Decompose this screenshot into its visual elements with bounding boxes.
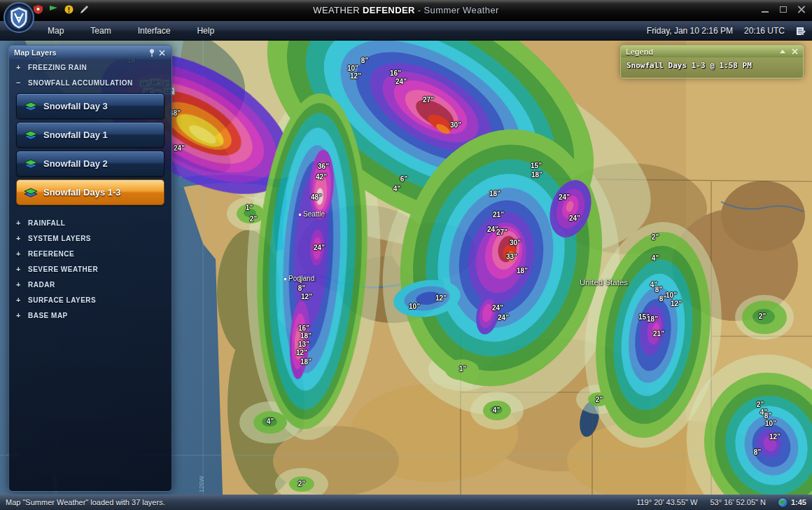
title-app-bold: DEFENDER bbox=[363, 5, 415, 15]
status-bar: Map "Summer Weather" loaded with 37 laye… bbox=[0, 495, 812, 510]
layer-group-label: RADAR bbox=[28, 281, 55, 289]
layer-group-label: SEVERE WEATHER bbox=[28, 266, 98, 273]
layer-button-snowfall-day-2[interactable]: Snowfall Day 2 bbox=[16, 151, 164, 177]
layer-button-label: Snowfall Day 1 bbox=[43, 130, 108, 140]
title-document: - Summer Weather bbox=[415, 5, 499, 15]
expander-icon[interactable]: + bbox=[16, 63, 23, 71]
title-bar[interactable]: WEATHER DEFENDER - Summer Weather bbox=[0, 0, 812, 21]
window-controls bbox=[762, 6, 805, 13]
layers-icon bbox=[24, 101, 38, 112]
layer-group-rainfall[interactable]: + RAINFALL bbox=[9, 215, 172, 230]
menu-interface[interactable]: Interface bbox=[135, 25, 174, 37]
layer-group-label: SNOWFALL ACCUMULATION bbox=[28, 79, 133, 87]
layer-group-label: RAINFALL bbox=[28, 219, 65, 227]
collapse-icon[interactable]: − bbox=[16, 78, 23, 87]
legend-close-icon[interactable] bbox=[792, 48, 798, 56]
expander-icon[interactable]: + bbox=[16, 265, 23, 273]
layer-button-snowfall-day-3[interactable]: Snowfall Day 3 bbox=[16, 93, 164, 119]
menu-help[interactable]: Help bbox=[194, 25, 217, 37]
expander-icon[interactable]: + bbox=[16, 296, 23, 304]
maximize-button[interactable] bbox=[780, 6, 787, 13]
legend-panel: Legend Snowfall Days 1-3 @ 1:58 PM bbox=[620, 45, 804, 78]
expander-icon[interactable]: + bbox=[16, 311, 23, 319]
layers-icon bbox=[24, 187, 38, 198]
globe-icon bbox=[778, 498, 788, 507]
layers-icon bbox=[24, 130, 38, 141]
window-title: WEATHER DEFENDER - Summer Weather bbox=[0, 5, 812, 15]
layer-group-label: SYSTEM LAYERS bbox=[28, 235, 91, 242]
minimize-button[interactable] bbox=[762, 11, 769, 13]
layer-button-snowfall-days-1-3[interactable]: Snowfall Days 1-3 bbox=[16, 179, 164, 205]
expander-icon[interactable]: + bbox=[16, 280, 23, 289]
refresh-countdown: 1:45 bbox=[791, 498, 806, 506]
local-datetime: Friday, Jan 10 2:16 PM bbox=[647, 26, 733, 36]
status-message: Map "Summer Weather" loaded with 37 laye… bbox=[6, 498, 165, 506]
layer-button-label: Snowfall Day 2 bbox=[43, 158, 108, 169]
layer-group-freezing-rain[interactable]: + FREEZING RAIN bbox=[9, 60, 172, 75]
layer-group-surface-layers[interactable]: + SURFACE LAYERS bbox=[9, 292, 172, 308]
map-layers-panel-header[interactable]: Map Layers bbox=[9, 46, 172, 60]
utc-time: 20:16 UTC bbox=[744, 26, 785, 36]
pin-icon[interactable] bbox=[147, 48, 157, 57]
layer-group-label: REFERENCE bbox=[28, 250, 74, 258]
layer-group-system-layers[interactable]: + SYSTEM LAYERS bbox=[9, 230, 172, 246]
report-icon[interactable] bbox=[796, 26, 806, 36]
cursor-longitude: 119° 20' 43.55" W bbox=[636, 498, 697, 506]
expander-icon[interactable]: + bbox=[16, 234, 23, 242]
layer-group-label: BASE MAP bbox=[28, 312, 68, 319]
layer-button-label: Snowfall Days 1-3 bbox=[43, 187, 121, 198]
rollup-icon[interactable] bbox=[780, 50, 785, 53]
panel-close-icon[interactable] bbox=[157, 48, 167, 57]
layer-group-label: FREEZING RAIN bbox=[28, 64, 87, 71]
refresh-clock-chip: 1:45 bbox=[778, 498, 806, 507]
map-layers-panel: Map Layers + FREEZING RAIN − SNOWFALL AC… bbox=[8, 45, 172, 492]
legend-header[interactable]: Legend bbox=[621, 46, 803, 57]
app-logo-shield[interactable] bbox=[3, 1, 35, 34]
layers-icon bbox=[24, 158, 38, 170]
expander-icon[interactable]: + bbox=[16, 219, 23, 227]
layer-group-severe-weather[interactable]: + SEVERE WEATHER bbox=[9, 261, 172, 277]
layer-group-radar[interactable]: + RADAR bbox=[9, 277, 172, 292]
menu-right-status: Friday, Jan 10 2:16 PM 20:16 UTC bbox=[647, 21, 806, 41]
legend-entry: Snowfall Days 1-3 @ 1:58 PM bbox=[621, 57, 803, 70]
legend-title: Legend bbox=[626, 48, 653, 56]
title-app-name: WEATHER bbox=[313, 5, 363, 15]
layer-group-snowfall-accumulation[interactable]: − SNOWFALL ACCUMULATION bbox=[9, 75, 172, 90]
expander-icon[interactable]: + bbox=[16, 249, 23, 258]
menu-bar: Map Team Interface Help Friday, Jan 10 2… bbox=[0, 21, 812, 41]
layer-group-label: SURFACE LAYERS bbox=[28, 296, 96, 304]
menu-items: Map Team Interface Help bbox=[45, 21, 217, 41]
map-layers-title: Map Layers bbox=[14, 48, 57, 57]
layer-button-label: Snowfall Day 3 bbox=[43, 101, 108, 111]
layer-group-reference[interactable]: + REFERENCE bbox=[9, 246, 172, 261]
menu-map[interactable]: Map bbox=[45, 25, 66, 37]
status-right: 119° 20' 43.55" W 53° 16' 52.05" N 1:45 bbox=[636, 498, 806, 507]
layer-group-base-map[interactable]: + BASE MAP bbox=[9, 308, 172, 323]
cursor-latitude: 53° 16' 52.05" N bbox=[710, 498, 766, 506]
layer-button-snowfall-day-1[interactable]: Snowfall Day 1 bbox=[16, 122, 164, 148]
menu-team[interactable]: Team bbox=[88, 25, 113, 37]
close-button[interactable] bbox=[798, 6, 805, 13]
